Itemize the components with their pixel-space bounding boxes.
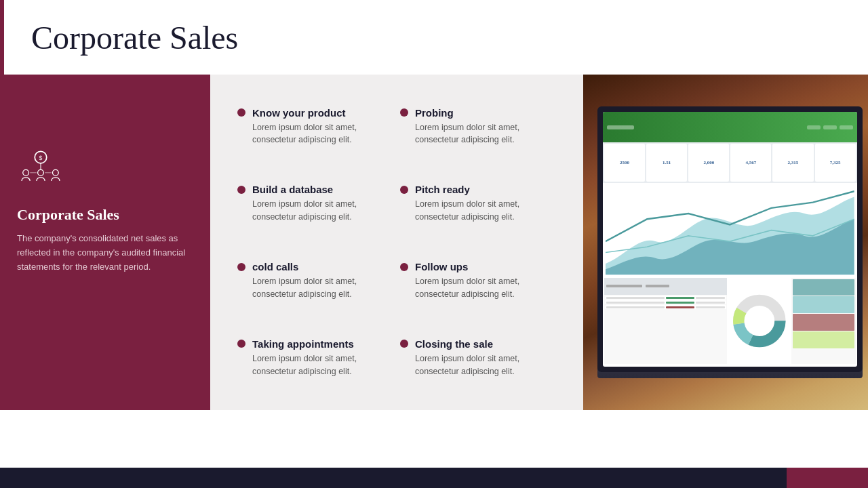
stats-row: 2500 1.51 2,000 4,567 2,315 7,325	[603, 142, 857, 183]
area-chart-svg	[606, 186, 854, 274]
table-header	[604, 278, 727, 296]
list-item-body: Lorem ipsum dolor sit amet, consectetur …	[415, 198, 549, 224]
table-row-1	[605, 296, 726, 300]
left-panel-description: The company's consolidated net sales as …	[17, 232, 193, 274]
list-item-title: Closing the sale	[415, 338, 493, 350]
bullet-icon	[400, 340, 408, 348]
page-title: Corporate Sales	[31, 19, 238, 56]
dash-nav-item	[807, 125, 821, 129]
laptop-container: 2500 1.51 2,000 4,567 2,315 7,325	[583, 92, 868, 394]
list-item-title: cold calls	[252, 261, 298, 272]
list-item: cold calls Lorem ipsum dolor sit amet, c…	[237, 243, 400, 320]
list-item-title: Pitch ready	[415, 184, 470, 195]
list-item: Know your product Lorem ipsum dolor sit …	[237, 88, 400, 165]
list-item-title: Know your product	[252, 107, 346, 119]
svg-text:$: $	[39, 155, 42, 161]
dash-nav-item2	[823, 125, 837, 129]
stat-2: 1.51	[646, 144, 687, 182]
donut-chart	[728, 278, 790, 365]
dash-url-bar	[607, 125, 634, 129]
table-row-3	[605, 305, 726, 309]
stat-6: 7,325	[815, 144, 856, 182]
list-item: Build a database Lorem ipsum dolor sit a…	[237, 165, 400, 243]
list-item-body: Lorem ipsum dolor sit amet, consectetur …	[415, 352, 549, 378]
bullet-icon	[237, 263, 245, 271]
dash-table	[604, 278, 727, 365]
bottom-grid	[604, 278, 856, 365]
dash-nav-item3	[840, 125, 853, 129]
page-header: Corporate Sales	[0, 0, 868, 75]
list-item: Pitch ready Lorem ipsum dolor sit amet, …	[400, 165, 563, 243]
svg-point-3	[38, 169, 44, 176]
list-item-header: Closing the sale	[400, 338, 549, 350]
bullet-icon	[400, 186, 408, 194]
list-item-title: Follow ups	[415, 261, 468, 272]
donut-svg	[732, 282, 787, 360]
stat-1: 2500	[604, 144, 645, 182]
bullet-icon	[237, 186, 245, 194]
list-item-header: Pitch ready	[400, 184, 549, 195]
list-item-body: Lorem ipsum dolor sit amet, consectetur …	[415, 275, 549, 301]
list-item: Probing Lorem ipsum dolor sit amet, cons…	[400, 88, 563, 165]
list-item-body: Lorem ipsum dolor sit amet, consectetur …	[252, 352, 387, 378]
list-item-header: Know your product	[237, 107, 387, 119]
svg-point-12	[749, 311, 769, 331]
stat-3: 2,000	[688, 144, 729, 182]
list-item-title: Taking appointments	[252, 338, 354, 350]
table-header-col1	[606, 285, 642, 287]
left-panel: $ Corporate Sales The company's consolid…	[0, 75, 210, 410]
bottom-bar	[0, 468, 868, 488]
list-item-body: Lorem ipsum dolor sit amet, consectetur …	[415, 121, 549, 147]
list-item-header: Probing	[400, 107, 549, 119]
center-panel: Know your product Lorem ipsum dolor sit …	[210, 75, 583, 410]
stat-4: 4,567	[730, 144, 771, 182]
table-header-col2	[646, 285, 669, 287]
list-item-header: Build a database	[237, 184, 387, 195]
list-item-body: Lorem ipsum dolor sit amet, consectetur …	[252, 275, 387, 301]
list-item-header: Follow ups	[400, 261, 549, 272]
list-item-header: cold calls	[237, 261, 387, 272]
area-chart-container	[604, 184, 856, 276]
laptop-screen-housing: 2500 1.51 2,000 4,567 2,315 7,325	[597, 106, 863, 372]
main-content: $ Corporate Sales The company's consolid…	[0, 75, 868, 410]
corporate-sales-icon: $	[17, 149, 64, 190]
list-item-body: Lorem ipsum dolor sit amet, consectetur …	[252, 198, 387, 224]
list-item: Taking appointments Lorem ipsum dolor si…	[237, 319, 400, 396]
table-row-2	[605, 300, 726, 304]
right-image-panel: 2500 1.51 2,000 4,567 2,315 7,325	[583, 75, 868, 410]
list-item-header: Taking appointments	[237, 338, 387, 350]
dashboard-header-bar	[603, 112, 857, 142]
list-item-body: Lorem ipsum dolor sit amet, consectetur …	[252, 121, 387, 147]
list-item-title: Probing	[415, 107, 454, 119]
list-item-title: Build a database	[252, 184, 333, 195]
bottom-bar-left	[0, 468, 787, 488]
left-panel-title: Corporate Sales	[17, 206, 193, 224]
bullet-icon	[237, 340, 245, 348]
bullet-icon	[400, 108, 408, 117]
bullet-icon	[400, 263, 408, 271]
bullet-icon	[237, 108, 245, 117]
table-rows	[604, 295, 727, 310]
list-item: Follow ups Lorem ipsum dolor sit amet, c…	[400, 243, 563, 320]
laptop-inner-screen: 2500 1.51 2,000 4,567 2,315 7,325	[603, 112, 857, 367]
right-stats	[791, 278, 856, 365]
stat-5: 2,315	[772, 144, 813, 182]
bottom-bar-right	[787, 468, 868, 488]
svg-point-4	[53, 169, 59, 176]
list-item: Closing the sale Lorem ipsum dolor sit a…	[400, 319, 563, 396]
icon-area: $	[17, 149, 193, 192]
svg-point-2	[23, 169, 29, 176]
